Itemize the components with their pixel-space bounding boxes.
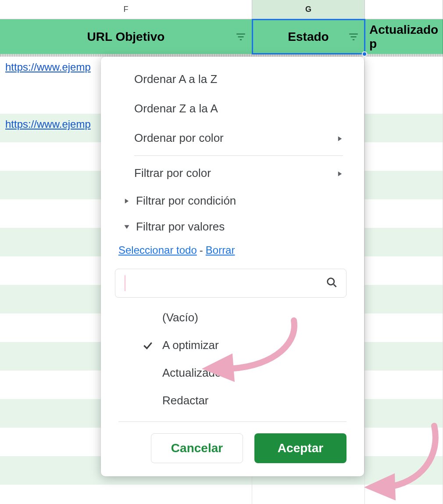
value-label: (Vacío) [162,311,198,324]
caret-right-icon [124,198,130,204]
cell[interactable] [365,57,443,85]
filter-value-a-optimizar[interactable]: A optimizar [118,331,347,359]
cell[interactable] [365,114,443,142]
menu-label: Ordenar por color [134,131,224,145]
sort-a-z[interactable]: Ordenar A a la Z [101,65,364,94]
text-cursor [125,275,125,291]
table-row[interactable] [0,485,443,504]
select-clear-row: Seleccionar todo-Borrar [101,240,364,261]
value-label: Actualizado [162,366,221,380]
ok-button[interactable]: Aceptar [254,433,347,463]
filter-search-wrap [115,269,347,298]
sort-by-color[interactable]: Ordenar por color [101,123,364,153]
filter-by-condition[interactable]: Filtrar por condición [101,188,364,214]
select-all-link[interactable]: Seleccionar todo [118,244,197,256]
selection-handle[interactable] [362,51,367,57]
clear-link[interactable]: Borrar [206,244,235,256]
filter-value-redactar[interactable]: Redactar [118,387,347,414]
divider [134,155,343,156]
separator: - [197,244,206,256]
filter-value-empty[interactable]: (Vacío) [118,304,347,331]
header-label: URL Objetivo [87,30,165,44]
header-url-objetivo[interactable]: URL Objetivo [0,19,252,54]
header-actualizado[interactable]: Actualizado p [365,19,443,54]
button-row: Cancelar Aceptar [101,433,364,463]
filter-by-values[interactable]: Filtrar por valores [101,214,364,240]
svg-point-0 [328,278,334,285]
caret-down-icon [124,224,130,230]
filter-value-list: (Vacío) A optimizar Actualizado Redactar [101,301,364,414]
filter-menu: Ordenar A a la Z Ordenar Z a la A Ordena… [101,57,364,476]
header-row: URL Objetivo Estado Actualizado p [0,19,443,54]
header-label: Estado [288,30,329,44]
sort-z-a[interactable]: Ordenar Z a la A [101,94,364,123]
menu-label: Filtrar por valores [136,220,225,234]
filter-icon[interactable] [235,31,247,43]
menu-label: Ordenar A a la Z [134,72,217,86]
column-letter-h[interactable] [365,0,443,19]
header-estado[interactable]: Estado [252,19,365,54]
filter-icon[interactable] [348,31,359,43]
header-label: Actualizado p [369,23,438,51]
filter-by-color[interactable]: Filtrar por color [101,158,364,188]
submenu-arrow-icon [337,131,343,145]
value-label: Redactar [162,394,209,407]
check-icon [141,340,154,351]
cell-link[interactable]: https://www.ejemp [5,61,91,73]
svg-line-1 [334,284,336,287]
filter-value-actualizado[interactable]: Actualizado [118,359,347,387]
column-letter-f[interactable]: F [0,0,252,19]
value-label: A optimizar [162,338,219,352]
menu-label: Filtrar por condición [136,194,236,208]
cell-link[interactable]: https://www.ejemp [5,118,91,130]
column-letter-g[interactable]: G [252,0,365,19]
divider [118,421,347,422]
menu-label: Filtrar por color [134,166,211,180]
column-letter-row: F G [0,0,443,19]
search-icon [325,276,338,290]
filter-search-input[interactable] [115,269,347,298]
cell[interactable] [365,85,443,114]
menu-label: Ordenar Z a la A [134,102,218,115]
submenu-arrow-icon [337,166,343,180]
cancel-button[interactable]: Cancelar [151,433,243,463]
